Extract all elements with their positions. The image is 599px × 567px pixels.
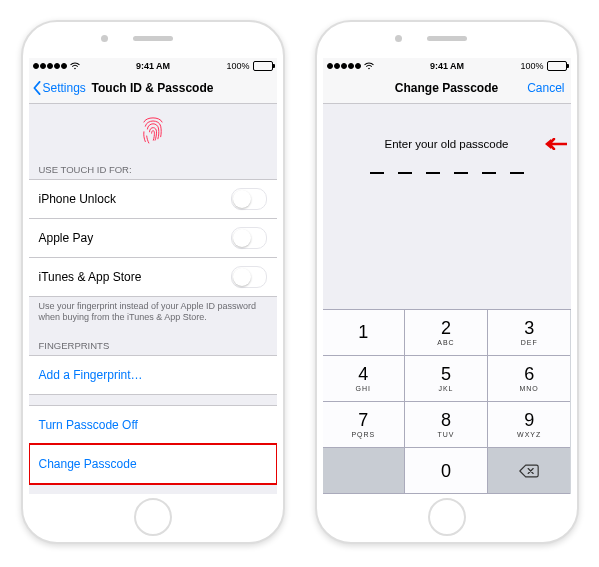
key-num: 7 — [358, 411, 368, 429]
key-num: 1 — [358, 323, 368, 341]
status-bar: 9:41 AM 100% — [323, 58, 571, 73]
key-letters: JKL — [438, 385, 453, 392]
delete-icon — [519, 464, 539, 478]
key-num: 5 — [441, 365, 451, 383]
annotation-arrow-icon — [545, 138, 567, 150]
passcode-prompt: Enter your old passcode — [323, 138, 571, 150]
key-letters: DEF — [521, 339, 538, 346]
phone-change-passcode: 9:41 AM 100% Change Passcode Cancel Ente… — [315, 20, 579, 544]
cancel-button[interactable]: Cancel — [527, 81, 564, 95]
key-4[interactable]: 4 GHI — [323, 356, 406, 402]
key-7[interactable]: 7 PQRS — [323, 402, 406, 448]
key-blank — [323, 448, 406, 494]
key-num: 3 — [524, 319, 534, 337]
key-letters: PQRS — [351, 431, 375, 438]
nav-bar: Settings Touch ID & Passcode — [29, 73, 277, 104]
key-8[interactable]: 8 TUV — [405, 402, 488, 448]
section-header-fingerprints: FINGERPRINTS — [29, 330, 277, 355]
wifi-icon — [70, 62, 80, 70]
home-button[interactable] — [428, 498, 466, 536]
back-button[interactable]: Settings — [29, 81, 86, 95]
signal-strength-icon — [33, 63, 67, 69]
status-time: 9:41 AM — [430, 61, 464, 71]
battery-percent: 100% — [520, 61, 543, 71]
switch-iphone-unlock[interactable] — [231, 188, 267, 210]
key-letters: GHI — [356, 385, 371, 392]
signal-strength-icon — [327, 63, 361, 69]
phone-touch-id-settings: 9:41 AM 100% Settings Touch ID & Passcod… — [21, 20, 285, 544]
key-2[interactable]: 2 ABC — [405, 310, 488, 356]
row-turn-passcode-off[interactable]: Turn Passcode Off — [29, 405, 277, 444]
battery-icon — [547, 61, 567, 71]
chevron-left-icon — [31, 81, 43, 95]
row-label: Add a Fingerprint… — [39, 368, 143, 382]
row-add-fingerprint[interactable]: Add a Fingerprint… — [29, 355, 277, 395]
home-button[interactable] — [134, 498, 172, 536]
row-change-passcode[interactable]: Change Passcode — [29, 444, 277, 484]
row-iphone-unlock[interactable]: iPhone Unlock — [29, 179, 277, 218]
key-letters: TUV — [437, 431, 454, 438]
key-num: 8 — [441, 411, 451, 429]
section-footer-use-touch-id: Use your fingerprint instead of your App… — [29, 297, 277, 330]
fingerprint-icon — [139, 112, 167, 146]
switch-apple-pay[interactable] — [231, 227, 267, 249]
numeric-keypad: 1 2 ABC 3 DEF 4 GHI 5 JKL 6 MNO — [323, 309, 571, 494]
key-3[interactable]: 3 DEF — [488, 310, 571, 356]
row-label: iTunes & App Store — [39, 270, 142, 284]
battery-icon — [253, 61, 273, 71]
key-5[interactable]: 5 JKL — [405, 356, 488, 402]
key-num: 0 — [441, 462, 451, 480]
row-itunes-appstore[interactable]: iTunes & App Store — [29, 257, 277, 297]
key-letters: ABC — [437, 339, 454, 346]
key-letters: WXYZ — [517, 431, 541, 438]
battery-percent: 100% — [226, 61, 249, 71]
key-num: 6 — [524, 365, 534, 383]
status-bar: 9:41 AM 100% — [29, 58, 277, 73]
key-0[interactable]: 0 — [405, 448, 488, 494]
passcode-dashes — [323, 172, 571, 174]
nav-bar: Change Passcode Cancel — [323, 73, 571, 104]
wifi-icon — [364, 62, 374, 70]
key-num: 2 — [441, 319, 451, 337]
key-1[interactable]: 1 — [323, 310, 406, 356]
row-label: Apple Pay — [39, 231, 94, 245]
key-6[interactable]: 6 MNO — [488, 356, 571, 402]
status-time: 9:41 AM — [136, 61, 170, 71]
touch-id-graphic-area — [29, 104, 277, 154]
key-num: 4 — [358, 365, 368, 383]
switch-itunes-appstore[interactable] — [231, 266, 267, 288]
section-header-use-touch-id: USE TOUCH ID FOR: — [29, 154, 277, 179]
back-label: Settings — [43, 81, 86, 95]
key-num: 9 — [524, 411, 534, 429]
row-label: Change Passcode — [39, 457, 137, 471]
key-letters: MNO — [519, 385, 538, 392]
row-apple-pay[interactable]: Apple Pay — [29, 218, 277, 257]
key-delete[interactable] — [488, 448, 571, 494]
row-label: Turn Passcode Off — [39, 418, 138, 432]
row-label: iPhone Unlock — [39, 192, 116, 206]
key-9[interactable]: 9 WXYZ — [488, 402, 571, 448]
